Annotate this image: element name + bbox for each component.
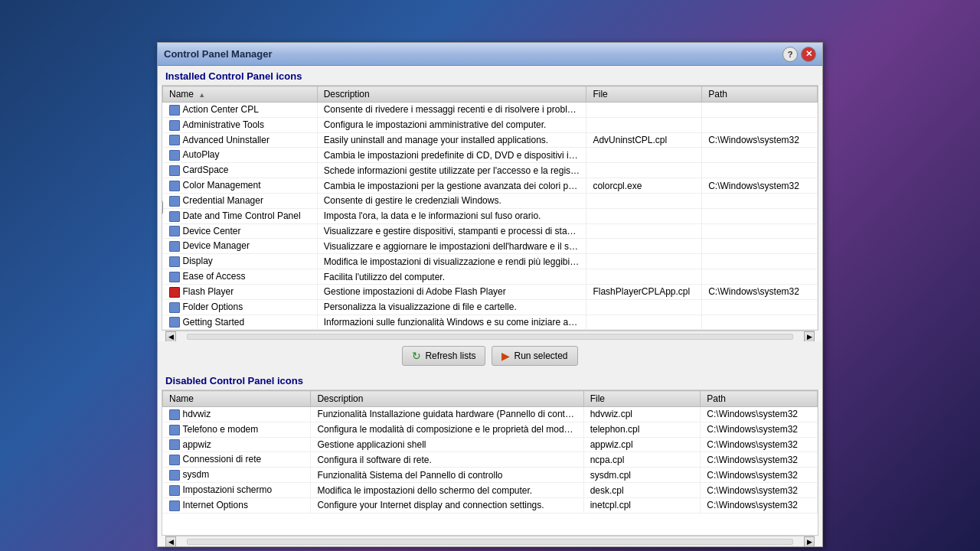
window-title: Control Panel Manager — [164, 48, 273, 60]
disabled-table-row[interactable]: sysdm Funzionalità Sistema del Pannello … — [163, 468, 818, 483]
installed-table-row[interactable]: Action Center CPL Consente di rivedere i… — [163, 103, 818, 118]
run-icon: ▶ — [501, 350, 510, 362]
disabled-table-row[interactable]: hdvwiz Funzionalità Installazione guidat… — [163, 407, 818, 422]
installed-table-row[interactable]: Credential Manager Consente di gestire l… — [163, 193, 818, 208]
installed-row-name: AutoPlay — [163, 148, 318, 163]
col-path-header[interactable]: Path — [702, 86, 818, 103]
refresh-icon: ↻ — [412, 350, 421, 362]
row-icon — [169, 287, 180, 298]
installed-table-row[interactable]: Getting Started Informazioni sulle funzi… — [163, 315, 818, 330]
installed-table-row[interactable]: Device Center Visualizzare e gestire dis… — [163, 223, 818, 239]
disabled-section: Disabled Control Panel icons Enable — [158, 370, 822, 546]
disabled-row-name: Connessioni di rete — [163, 452, 311, 468]
disabled-row-description: Configura il software di rete. — [311, 452, 583, 468]
installed-row-description: Personalizza la visualizzazione di file … — [317, 299, 586, 315]
installed-row-file — [586, 208, 702, 223]
run-label: Run selected — [514, 350, 567, 361]
installed-table-row[interactable]: Date and Time Control Panel Imposta l'or… — [163, 208, 818, 223]
installed-row-path — [702, 299, 818, 315]
installed-section-header: Installed Control Panel icons — [158, 66, 822, 85]
installed-row-description: Cambia le impostazioni predefinite di CD… — [317, 148, 586, 163]
installed-row-name: Getting Started — [163, 315, 318, 330]
disabled-table-row[interactable]: Impostazioni schermo Modifica le imposta… — [163, 483, 818, 498]
disabled-row-name: Internet Options — [163, 497, 311, 513]
scroll-right-btn[interactable]: ▶ — [804, 331, 815, 342]
installed-table-scroll[interactable]: Name ▲ Description File Path Action Cent… — [162, 86, 818, 330]
installed-table-row[interactable]: Advanced Uninstaller Easily uninstall an… — [163, 132, 818, 148]
installed-row-description: Consente di gestire le credenziali Windo… — [317, 193, 586, 208]
disabled-row-file: telephon.cpl — [583, 422, 701, 437]
row-icon — [169, 470, 180, 481]
installed-row-name: Folder Options — [163, 299, 318, 315]
row-icon — [169, 226, 180, 236]
disabled-row-file: appwiz.cpl — [583, 437, 701, 452]
installed-row-description: Visualizzare e gestire dispositivi, stam… — [317, 223, 586, 239]
installed-table-row[interactable]: Color Management Cambia le impostazioni … — [163, 178, 818, 194]
installed-row-path — [702, 193, 818, 208]
col-desc-header[interactable]: Description — [317, 86, 586, 103]
disabled-scroll-right-btn[interactable]: ▶ — [804, 536, 815, 547]
installed-row-description: Informazioni sulle funzionalità Windows … — [317, 315, 586, 330]
installed-table-row[interactable]: Flash Player Gestione impostazioni di Ad… — [163, 284, 818, 299]
disabled-row-path: C:\Windows\system32 — [701, 468, 818, 483]
installed-row-file — [586, 117, 702, 132]
disabled-row-file: ncpa.cpl — [583, 452, 701, 468]
disabled-row-file: desk.cpl — [583, 483, 701, 498]
disable-button[interactable]: Disable — [162, 201, 163, 214]
installed-row-file: colorcpl.exe — [586, 178, 702, 194]
col-name-header[interactable]: Name ▲ — [163, 86, 318, 103]
installed-row-file — [586, 269, 702, 285]
disabled-section-header: Disabled Control Panel icons — [158, 370, 822, 390]
row-icon — [169, 409, 180, 420]
installed-row-name: Advanced Uninstaller — [163, 132, 318, 148]
disabled-col-name-header[interactable]: Name — [163, 391, 311, 407]
disabled-row-file: hdvwiz.cpl — [583, 407, 701, 422]
close-button[interactable]: ✕ — [801, 47, 816, 62]
installed-row-path — [702, 103, 818, 118]
scroll-left-btn[interactable]: ◀ — [165, 331, 176, 342]
disabled-row-path: C:\Windows\system32 — [701, 452, 818, 468]
help-button[interactable]: ? — [782, 47, 798, 62]
installed-table-row[interactable]: Device Manager Visualizzare e aggiornare… — [163, 239, 818, 254]
disabled-row-path: C:\Windows\system32 — [701, 497, 818, 513]
disabled-scroll-left-btn[interactable]: ◀ — [165, 536, 176, 547]
disabled-table-row[interactable]: Connessioni di rete Configura il softwar… — [163, 452, 818, 468]
refresh-button[interactable]: ↻ Refresh lists — [402, 346, 485, 366]
disabled-table-row[interactable]: Telefono e modem Configura le modalità d… — [163, 422, 818, 437]
scroll-track — [187, 334, 793, 340]
installed-row-name: Device Center — [163, 223, 318, 239]
row-icon — [169, 317, 180, 328]
disabled-hscroll[interactable]: ◀ ▶ — [165, 536, 815, 546]
installed-table-row[interactable]: Display Modifica le impostazioni di visu… — [163, 254, 818, 269]
installed-hscroll[interactable]: ◀ ▶ — [165, 331, 815, 341]
disabled-table-row[interactable]: Internet Options Configure your Internet… — [163, 497, 818, 513]
disabled-table-row[interactable]: appwiz Gestione applicazioni shell appwi… — [163, 437, 818, 452]
installed-row-path — [702, 208, 818, 223]
disabled-table-scroll[interactable]: Name Description File Path hdvwiz Funzio… — [162, 390, 818, 535]
installed-row-file: FlashPlayerCPLApp.cpl — [586, 284, 702, 299]
disabled-row-path: C:\Windows\system32 — [701, 483, 818, 498]
installed-row-path: C:\Windows\system32 — [702, 132, 818, 148]
row-icon — [169, 256, 180, 267]
installed-row-name: Flash Player — [163, 284, 318, 299]
disabled-row-description: Configura le modalità di composizione e … — [311, 422, 583, 437]
installed-row-name: Credential Manager — [163, 193, 318, 208]
disabled-row-name: hdvwiz — [163, 407, 311, 422]
installed-table-row[interactable]: AutoPlay Cambia le impostazioni predefin… — [163, 148, 818, 163]
installed-row-file — [586, 254, 702, 269]
installed-row-name: Device Manager — [163, 239, 318, 254]
row-icon — [169, 135, 180, 145]
installed-row-name: Color Management — [163, 178, 318, 194]
run-selected-button[interactable]: ▶ Run selected — [492, 346, 577, 366]
disabled-row-file: sysdm.cpl — [583, 468, 701, 483]
col-file-header[interactable]: File — [586, 86, 702, 103]
installed-table-row[interactable]: CardSpace Schede informazioni gestite ut… — [163, 163, 818, 178]
disabled-row-description: Modifica le impostazioni dello schermo d… — [311, 483, 583, 498]
disabled-col-file-header[interactable]: File — [583, 391, 701, 407]
installed-table-row[interactable]: Ease of Access Facilita l'utilizzo del c… — [163, 269, 818, 285]
installed-table-row[interactable]: Folder Options Personalizza la visualizz… — [163, 299, 818, 315]
disabled-col-path-header[interactable]: Path — [701, 391, 818, 407]
installed-row-path — [702, 239, 818, 254]
disabled-col-desc-header[interactable]: Description — [311, 391, 583, 407]
installed-table-row[interactable]: Administrative Tools Configura le impost… — [163, 117, 818, 132]
